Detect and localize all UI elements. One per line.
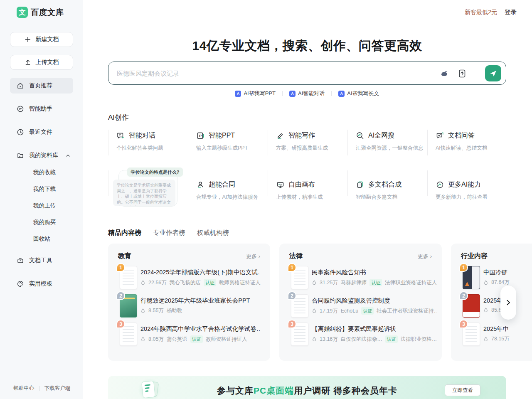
view-count: 8.55万 (148, 307, 164, 314)
rank-badge: 1 (116, 263, 125, 272)
category-title: 教育 (118, 252, 131, 261)
page-title: 14亿专业文档，搜索、创作、问答更高效 (108, 37, 506, 54)
ai-card-ai-web-search[interactable]: AI全网搜 汇聚全网资源，一键整合信息 (347, 126, 427, 162)
new-document-button[interactable]: 新建文档 (10, 32, 73, 47)
cert-text: 社会工作者职业资格证持… (377, 308, 436, 315)
doc-list-item[interactable]: 1 2024-2025学年部编版六年级(下)期中语文试… 22.56万 我心飞扬… (108, 266, 270, 291)
sidebar-item-templates[interactable]: 实用模板 (10, 276, 73, 292)
verified-badge: 认证 (369, 279, 382, 286)
view-count: 22.56万 (148, 279, 167, 286)
author-name: 白仅仅的法律杂… (341, 336, 382, 343)
folder-icon (17, 152, 24, 159)
rank-badge: 1 (459, 263, 468, 272)
ai-badge-icon: A (235, 91, 241, 97)
ai-card-doc-qa[interactable]: 文档问答 AI快速解读、总结文档 (427, 126, 507, 162)
stacked-docs-icon (356, 180, 365, 189)
doc-list-item[interactable]: 1 民事案件风险告知书 31.25万 马群超律师 认证 法律职业资格证持证人 (279, 266, 442, 291)
sidebar-item-ai-assistant[interactable]: 智能助手 (10, 101, 73, 117)
quick-link-write-ppt[interactable]: A AI帮我写PPT (235, 90, 276, 97)
tab-featured-content[interactable]: 精品内容榜 (108, 229, 141, 237)
baidu-wenku-homepage: 文 百度文库 新建文档 上传文档 首页推荐 智能助手 (0, 0, 532, 399)
upload-icon (25, 59, 31, 66)
ai-card-free-canvas[interactable]: 自由画布 上传素材，精准生成 (268, 166, 347, 208)
ai-assistant-icon (17, 105, 24, 113)
ai-card-super-contract[interactable]: 超能合同 合规专业，AI加持法律服务 (188, 166, 268, 208)
new-document-label: 新建文档 (36, 36, 59, 43)
whale-icon[interactable] (440, 69, 450, 79)
more-ai-icon (436, 180, 444, 189)
ai-card-more-ai[interactable]: 更多AI能力 更多新能力，前往查看 (427, 166, 507, 208)
doc-list-item[interactable]: 3 2025年中 78.15万 (451, 323, 532, 347)
doc-list-item[interactable]: 2 2025年 85.6 (451, 294, 532, 319)
droplet-icon (312, 337, 317, 342)
sidebar-item-doc-tools[interactable]: 文档工具 (10, 253, 73, 268)
ppt-icon: P (196, 131, 205, 140)
tab-pro-authors[interactable]: 专业作者榜 (153, 229, 185, 237)
app-title: 百度文库 (31, 7, 64, 18)
quick-link-ai-chat[interactable]: A AI智能对话 (289, 90, 325, 97)
pencil-icon (276, 131, 285, 140)
plus-icon (25, 36, 31, 43)
droplet-icon (483, 280, 488, 285)
ranking-card-education: 教育 更多 › 1 2024-2025学年部编版六年级(下)期中语文试… 22.… (108, 244, 270, 361)
view-count: 78.15万 (491, 335, 510, 342)
ai-card-smart-writing[interactable]: 智能写作 方案、研报高质量生成 (268, 126, 347, 162)
doc-list-item[interactable]: 3 2024年陕西高中学业水平合格考试化学试卷… 8.05万 蒲公英语 认证 教… (108, 323, 270, 347)
droplet-icon (483, 337, 488, 342)
sidebar-item-my-purchases[interactable]: 我的购买 (33, 216, 56, 229)
tab-authority-orgs[interactable]: 权威机构榜 (197, 229, 229, 237)
contract-person-icon (196, 180, 205, 189)
ai-card-smart-ppt[interactable]: P 智能PPT 输入主题秒级生成PPT (188, 126, 268, 162)
help-center-link[interactable]: 帮助中心 (13, 385, 34, 392)
verified-badge: 认证 (190, 335, 203, 343)
rank-badge: 2 (116, 291, 125, 300)
cert-text: 法律职业资格证持证人 (385, 279, 436, 286)
doc-list-item[interactable]: 2 合同履约风险监测及管控制度 17.19万 EchoLu 认证 社会工作者职业… (279, 294, 442, 319)
view-count: 17.19万 (320, 308, 338, 315)
doc-list-item[interactable]: 2 行稳致远2025年六年级毕业班家长会PPT 8.55万 杨助教 (108, 294, 270, 319)
more-link[interactable]: 更多 › (246, 253, 260, 260)
sidebar-item-my-favorites[interactable]: 我的收藏 (33, 166, 56, 179)
banner-cta-button[interactable]: 立即查看 (445, 384, 480, 396)
sidebar-item-label: 智能助手 (29, 105, 52, 113)
droplet-icon (483, 308, 488, 313)
droplet-icon (140, 337, 145, 342)
search-input[interactable] (117, 62, 445, 84)
login-button[interactable]: 登录 (505, 8, 517, 16)
sidebar-item-label: 实用模板 (29, 280, 52, 288)
new-customer-promo-link[interactable]: 新客最低2元 (465, 9, 497, 16)
quick-link-write-longform[interactable]: A AI帮我写长文 (338, 90, 379, 97)
view-count: 31.25万 (320, 279, 338, 286)
app-logo[interactable]: 文 百度文库 (17, 7, 64, 18)
divider (331, 91, 332, 96)
download-client-link[interactable]: 下载客户端 (44, 385, 71, 392)
sidebar-item-my-uploads[interactable]: 我的上传 (33, 200, 56, 212)
more-link[interactable]: 更多 › (418, 253, 432, 260)
view-count: 8.05万 (148, 336, 164, 343)
briefcase-icon (17, 257, 24, 264)
rank-badge: 3 (116, 320, 125, 328)
ai-card-multi-doc-merge[interactable]: 多文档合成 智能融合多篇文档 (347, 166, 427, 208)
sidebar-item-recycle-bin[interactable]: 回收站 (33, 233, 50, 245)
cert-text: 法律职业资格… (401, 336, 436, 343)
cert-text: 教师资格证持证人 (206, 336, 247, 343)
survey-banner[interactable]: 参与文库PC桌面端用户调研 得多种会员年卡 立即查看 (108, 376, 506, 399)
carousel-next-button[interactable] (500, 286, 516, 320)
author-name: EchoLu (341, 308, 358, 314)
send-button[interactable] (485, 65, 501, 81)
rank-badge: 2 (459, 291, 468, 300)
sidebar-item-my-downloads[interactable]: 我的下载 (33, 183, 56, 195)
doc-list-item[interactable]: 3 【离婚纠纷】要素式民事起诉状 13.16万 白仅仅的法律杂… 认证 法律职业… (279, 323, 442, 347)
upload-document-button[interactable]: 上传文档 (10, 55, 73, 70)
sidebar-item-my-library[interactable]: 我的资料库 (10, 148, 73, 163)
sidebar-item-label: 最近文件 (29, 128, 52, 136)
sidebar-item-recent-files[interactable]: 最近文件 (10, 124, 73, 140)
chevron-up-icon (66, 153, 70, 158)
category-title: 法律 (289, 252, 303, 261)
doc-list-item[interactable]: 1 中国冷链 87.64万 (451, 266, 532, 291)
droplet-icon (140, 308, 145, 313)
verified-badge: 认证 (204, 279, 216, 286)
ai-card-smart-chat[interactable]: 智能对话 个性化解答各类问题 (108, 126, 188, 162)
upload-file-icon[interactable] (457, 69, 467, 79)
sidebar-item-home[interactable]: 首页推荐 (10, 78, 73, 94)
